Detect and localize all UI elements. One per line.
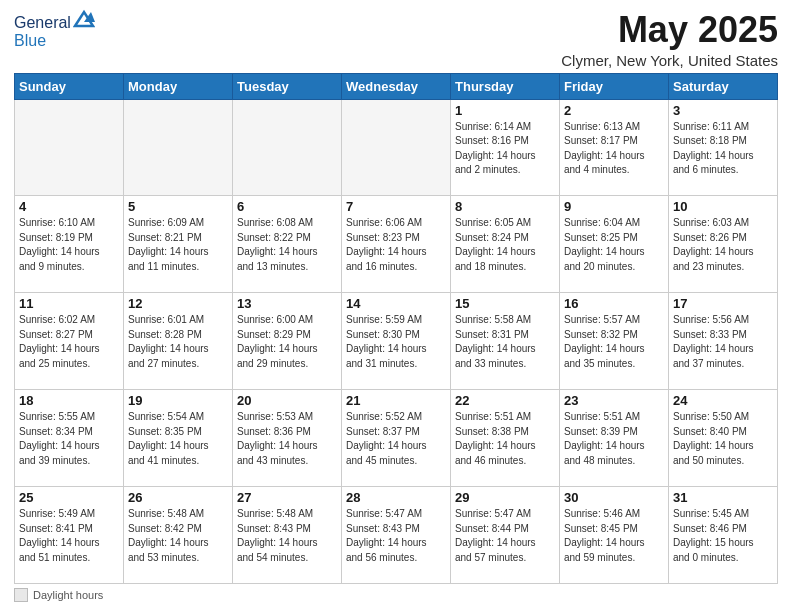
day-number: 25	[19, 490, 119, 505]
title-block: May 2025 Clymer, New York, United States	[561, 10, 778, 69]
day-number: 29	[455, 490, 555, 505]
day-info: Sunrise: 6:02 AM Sunset: 8:27 PM Dayligh…	[19, 313, 119, 371]
calendar-cell: 6Sunrise: 6:08 AM Sunset: 8:22 PM Daylig…	[233, 196, 342, 293]
day-number: 3	[673, 103, 773, 118]
logo: General Blue	[14, 14, 95, 50]
day-info: Sunrise: 6:01 AM Sunset: 8:28 PM Dayligh…	[128, 313, 228, 371]
week-row-4: 18Sunrise: 5:55 AM Sunset: 8:34 PM Dayli…	[15, 390, 778, 487]
calendar-cell: 15Sunrise: 5:58 AM Sunset: 8:31 PM Dayli…	[451, 293, 560, 390]
column-header-sunday: Sunday	[15, 73, 124, 99]
day-number: 26	[128, 490, 228, 505]
day-info: Sunrise: 5:48 AM Sunset: 8:43 PM Dayligh…	[237, 507, 337, 565]
week-row-5: 25Sunrise: 5:49 AM Sunset: 8:41 PM Dayli…	[15, 487, 778, 584]
day-info: Sunrise: 6:09 AM Sunset: 8:21 PM Dayligh…	[128, 216, 228, 274]
calendar-cell: 26Sunrise: 5:48 AM Sunset: 8:42 PM Dayli…	[124, 487, 233, 584]
calendar-cell	[342, 99, 451, 196]
calendar-cell: 23Sunrise: 5:51 AM Sunset: 8:39 PM Dayli…	[560, 390, 669, 487]
month-title: May 2025	[561, 10, 778, 50]
calendar-cell: 25Sunrise: 5:49 AM Sunset: 8:41 PM Dayli…	[15, 487, 124, 584]
calendar-cell: 20Sunrise: 5:53 AM Sunset: 8:36 PM Dayli…	[233, 390, 342, 487]
calendar-cell: 29Sunrise: 5:47 AM Sunset: 8:44 PM Dayli…	[451, 487, 560, 584]
day-number: 15	[455, 296, 555, 311]
day-number: 12	[128, 296, 228, 311]
day-info: Sunrise: 6:03 AM Sunset: 8:26 PM Dayligh…	[673, 216, 773, 274]
day-number: 4	[19, 199, 119, 214]
day-info: Sunrise: 6:06 AM Sunset: 8:23 PM Dayligh…	[346, 216, 446, 274]
day-info: Sunrise: 6:08 AM Sunset: 8:22 PM Dayligh…	[237, 216, 337, 274]
column-header-friday: Friday	[560, 73, 669, 99]
day-number: 10	[673, 199, 773, 214]
day-info: Sunrise: 5:51 AM Sunset: 8:38 PM Dayligh…	[455, 410, 555, 468]
logo-text: General Blue	[14, 14, 95, 50]
footer: Daylight hours	[14, 588, 778, 602]
day-number: 16	[564, 296, 664, 311]
day-info: Sunrise: 5:57 AM Sunset: 8:32 PM Dayligh…	[564, 313, 664, 371]
calendar-cell	[15, 99, 124, 196]
day-info: Sunrise: 5:52 AM Sunset: 8:37 PM Dayligh…	[346, 410, 446, 468]
column-header-thursday: Thursday	[451, 73, 560, 99]
column-header-wednesday: Wednesday	[342, 73, 451, 99]
footer-box	[14, 588, 28, 602]
day-number: 13	[237, 296, 337, 311]
day-number: 19	[128, 393, 228, 408]
calendar-cell: 4Sunrise: 6:10 AM Sunset: 8:19 PM Daylig…	[15, 196, 124, 293]
day-info: Sunrise: 5:54 AM Sunset: 8:35 PM Dayligh…	[128, 410, 228, 468]
day-number: 24	[673, 393, 773, 408]
calendar-cell: 8Sunrise: 6:05 AM Sunset: 8:24 PM Daylig…	[451, 196, 560, 293]
day-number: 23	[564, 393, 664, 408]
week-row-3: 11Sunrise: 6:02 AM Sunset: 8:27 PM Dayli…	[15, 293, 778, 390]
week-row-1: 1Sunrise: 6:14 AM Sunset: 8:16 PM Daylig…	[15, 99, 778, 196]
day-info: Sunrise: 6:04 AM Sunset: 8:25 PM Dayligh…	[564, 216, 664, 274]
calendar-cell: 19Sunrise: 5:54 AM Sunset: 8:35 PM Dayli…	[124, 390, 233, 487]
calendar-body: 1Sunrise: 6:14 AM Sunset: 8:16 PM Daylig…	[15, 99, 778, 583]
day-info: Sunrise: 6:10 AM Sunset: 8:19 PM Dayligh…	[19, 216, 119, 274]
calendar-cell: 10Sunrise: 6:03 AM Sunset: 8:26 PM Dayli…	[669, 196, 778, 293]
day-number: 22	[455, 393, 555, 408]
day-number: 9	[564, 199, 664, 214]
calendar-cell	[233, 99, 342, 196]
calendar-cell: 24Sunrise: 5:50 AM Sunset: 8:40 PM Dayli…	[669, 390, 778, 487]
day-number: 30	[564, 490, 664, 505]
column-header-saturday: Saturday	[669, 73, 778, 99]
calendar-cell: 5Sunrise: 6:09 AM Sunset: 8:21 PM Daylig…	[124, 196, 233, 293]
calendar-cell: 31Sunrise: 5:45 AM Sunset: 8:46 PM Dayli…	[669, 487, 778, 584]
calendar-cell: 2Sunrise: 6:13 AM Sunset: 8:17 PM Daylig…	[560, 99, 669, 196]
day-info: Sunrise: 5:47 AM Sunset: 8:43 PM Dayligh…	[346, 507, 446, 565]
column-header-monday: Monday	[124, 73, 233, 99]
calendar-cell: 14Sunrise: 5:59 AM Sunset: 8:30 PM Dayli…	[342, 293, 451, 390]
day-number: 5	[128, 199, 228, 214]
day-info: Sunrise: 5:51 AM Sunset: 8:39 PM Dayligh…	[564, 410, 664, 468]
day-number: 21	[346, 393, 446, 408]
day-info: Sunrise: 6:00 AM Sunset: 8:29 PM Dayligh…	[237, 313, 337, 371]
day-info: Sunrise: 5:46 AM Sunset: 8:45 PM Dayligh…	[564, 507, 664, 565]
day-number: 28	[346, 490, 446, 505]
day-info: Sunrise: 5:56 AM Sunset: 8:33 PM Dayligh…	[673, 313, 773, 371]
calendar-cell: 13Sunrise: 6:00 AM Sunset: 8:29 PM Dayli…	[233, 293, 342, 390]
day-number: 11	[19, 296, 119, 311]
day-info: Sunrise: 5:50 AM Sunset: 8:40 PM Dayligh…	[673, 410, 773, 468]
day-number: 8	[455, 199, 555, 214]
day-number: 7	[346, 199, 446, 214]
day-info: Sunrise: 6:13 AM Sunset: 8:17 PM Dayligh…	[564, 120, 664, 178]
calendar-cell: 1Sunrise: 6:14 AM Sunset: 8:16 PM Daylig…	[451, 99, 560, 196]
daylight-label: Daylight hours	[33, 589, 103, 601]
day-number: 14	[346, 296, 446, 311]
column-header-tuesday: Tuesday	[233, 73, 342, 99]
day-number: 31	[673, 490, 773, 505]
calendar-cell: 22Sunrise: 5:51 AM Sunset: 8:38 PM Dayli…	[451, 390, 560, 487]
calendar-cell: 18Sunrise: 5:55 AM Sunset: 8:34 PM Dayli…	[15, 390, 124, 487]
day-number: 6	[237, 199, 337, 214]
header: General Blue May 2025 Clymer, New York, …	[14, 10, 778, 69]
day-info: Sunrise: 5:47 AM Sunset: 8:44 PM Dayligh…	[455, 507, 555, 565]
day-info: Sunrise: 5:59 AM Sunset: 8:30 PM Dayligh…	[346, 313, 446, 371]
day-info: Sunrise: 6:05 AM Sunset: 8:24 PM Dayligh…	[455, 216, 555, 274]
day-info: Sunrise: 5:55 AM Sunset: 8:34 PM Dayligh…	[19, 410, 119, 468]
day-number: 1	[455, 103, 555, 118]
calendar-cell: 30Sunrise: 5:46 AM Sunset: 8:45 PM Dayli…	[560, 487, 669, 584]
day-info: Sunrise: 5:48 AM Sunset: 8:42 PM Dayligh…	[128, 507, 228, 565]
day-number: 27	[237, 490, 337, 505]
day-number: 20	[237, 393, 337, 408]
day-info: Sunrise: 6:11 AM Sunset: 8:18 PM Dayligh…	[673, 120, 773, 178]
location: Clymer, New York, United States	[561, 52, 778, 69]
logo-blue: Blue	[14, 32, 46, 49]
